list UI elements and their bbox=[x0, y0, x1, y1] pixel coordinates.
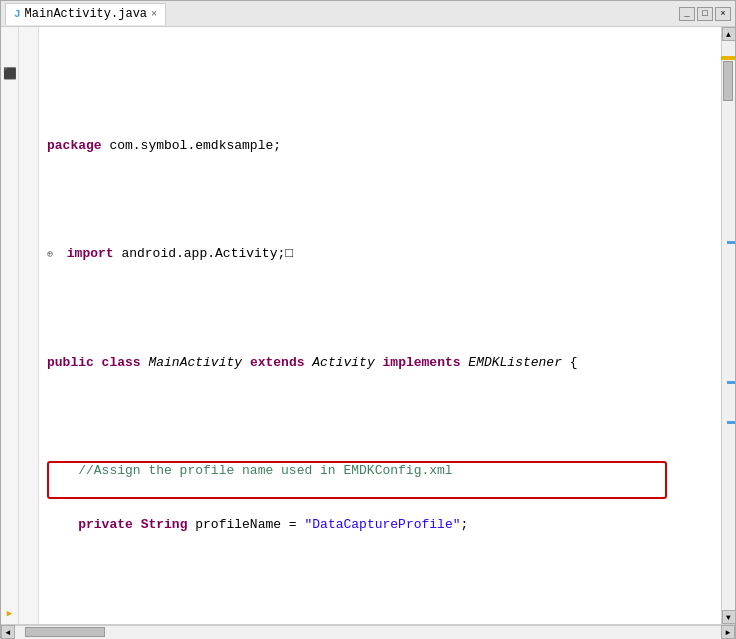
tab-close-button[interactable]: × bbox=[151, 9, 157, 20]
code-line-2 bbox=[47, 191, 721, 209]
window-controls: _ □ × bbox=[679, 7, 731, 21]
scroll-right-button[interactable]: ► bbox=[721, 625, 735, 639]
bookmark-icon-1: ⬛ bbox=[3, 65, 17, 83]
scroll-marker-blue-2 bbox=[727, 381, 735, 384]
vertical-scrollbar[interactable]: ▲ ▼ bbox=[721, 27, 735, 624]
java-file-icon: J bbox=[14, 8, 21, 20]
main-window: J MainActivity.java × _ □ × ⬛ ▶ bbox=[0, 0, 736, 639]
code-line-4 bbox=[47, 300, 721, 318]
scroll-left-button[interactable]: ◄ bbox=[1, 625, 15, 639]
code-line-5: public class MainActivity extends Activi… bbox=[47, 354, 721, 372]
scroll-marker-blue-1 bbox=[727, 241, 735, 244]
close-button[interactable]: × bbox=[715, 7, 731, 21]
code-content: package com.symbol.emdksample; ⊕ import … bbox=[47, 29, 721, 624]
h-scroll-thumb[interactable] bbox=[25, 627, 105, 637]
title-bar: J MainActivity.java × _ □ × bbox=[1, 1, 735, 27]
line-numbers bbox=[19, 27, 39, 624]
editor-area: ⬛ ▶ bbox=[1, 27, 735, 624]
arrow-icon: ▶ bbox=[7, 605, 12, 623]
code-line-6 bbox=[47, 408, 721, 426]
maximize-button[interactable]: □ bbox=[697, 7, 713, 21]
scroll-marker-blue-3 bbox=[727, 421, 735, 424]
code-line-9 bbox=[47, 570, 721, 588]
scroll-track[interactable] bbox=[722, 41, 735, 610]
code-line-3: ⊕ import android.app.Activity;□ bbox=[47, 245, 721, 264]
code-line-7: //Assign the profile name used in EMDKCo… bbox=[47, 462, 721, 480]
scroll-up-button[interactable]: ▲ bbox=[722, 27, 736, 41]
tab-label: MainActivity.java bbox=[25, 7, 147, 21]
scroll-down-button[interactable]: ▼ bbox=[722, 610, 736, 624]
code-editor[interactable]: package com.symbol.emdksample; ⊕ import … bbox=[39, 27, 721, 624]
editor-tab[interactable]: J MainActivity.java × bbox=[5, 3, 166, 25]
scroll-thumb[interactable] bbox=[723, 61, 733, 101]
bottom-bar: ◄ ► bbox=[1, 624, 735, 638]
code-line-8: private String profileName = "DataCaptur… bbox=[47, 516, 721, 534]
left-gutter: ⬛ ▶ bbox=[1, 27, 19, 624]
h-scroll-track[interactable] bbox=[15, 626, 721, 638]
horizontal-scrollbar[interactable]: ◄ ► bbox=[1, 625, 735, 639]
minimize-button[interactable]: _ bbox=[679, 7, 695, 21]
code-line-1: package com.symbol.emdksample; bbox=[47, 137, 721, 155]
scroll-marker-1 bbox=[721, 56, 735, 60]
